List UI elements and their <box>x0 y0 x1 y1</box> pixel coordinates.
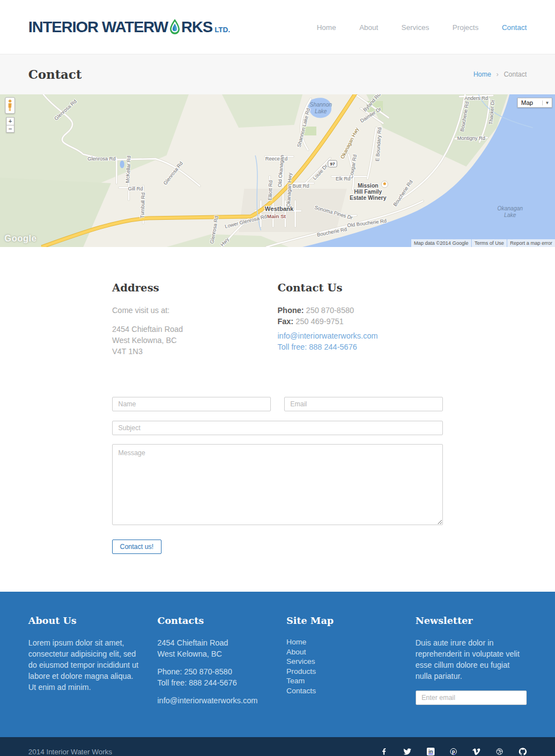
map-data-credit: Map data ©2014 Google <box>411 239 471 247</box>
message-textarea[interactable] <box>112 444 443 525</box>
terms-of-use-link[interactable]: Terms of Use <box>472 239 507 247</box>
email-input[interactable] <box>284 397 443 411</box>
zoom-in-button[interactable]: + <box>6 117 14 125</box>
map-label: OkanaganLake <box>497 205 523 219</box>
google-map-embed[interactable]: Glenrosa RdGlenrosa RdMcKellar RdGill Rd… <box>0 94 555 247</box>
footer-sitemap-column: Site Map HomeAboutServicesProductsTeamCo… <box>286 615 398 713</box>
about-us-text: Lorem ipsum dolor sit amet, consectetur … <box>28 637 140 693</box>
nav-item-projects[interactable]: Projects <box>452 23 478 32</box>
github-icon[interactable] <box>519 748 527 755</box>
footer-email: info@interiorwaterworks.com <box>158 695 269 706</box>
copyright-text: 2014 Interior Water Works <box>28 748 112 756</box>
footer-contacts-column: Contacts 2454 Chieftain Road West Kelown… <box>158 615 269 713</box>
main-nav: HomeAboutServicesProjectsContact <box>294 22 527 32</box>
pinterest-icon[interactable]: p <box>450 748 457 755</box>
map-label: Montigny Rd <box>457 135 486 141</box>
page-title: Contact <box>28 67 82 82</box>
sitemap-link-home[interactable]: Home <box>286 637 398 647</box>
nav-item-contact[interactable]: Contact <box>502 23 527 32</box>
sitemap-link-team[interactable]: Team <box>286 676 398 686</box>
dribbble-icon[interactable] <box>496 748 503 755</box>
sitemap-link-services[interactable]: Services <box>286 657 398 667</box>
sitemap-links: HomeAboutServicesProductsTeamContacts <box>286 637 398 695</box>
map-label: MissionHill FamilyEstate Winery <box>350 183 386 201</box>
email-link[interactable]: info@interiorwaterworks.com <box>278 331 378 340</box>
phone-fax-lines: Phone: 250 870-8580 Fax: 250 469-9751 <box>278 305 443 327</box>
contact-us-block: Contact Us Phone: 250 870-8580 Fax: 250 … <box>278 281 443 365</box>
sitemap-link-products[interactable]: Products <box>286 667 398 677</box>
sitemap-link-about[interactable]: About <box>286 647 398 657</box>
main-content: Address Come visit us at: 2454 Chieftain… <box>0 247 555 554</box>
logo-text-2: RKS <box>181 18 213 36</box>
logo[interactable]: INTERIOR WATERW RKS LTD. <box>28 18 230 36</box>
address-lines: 2454 Chieftain Road West Kelowna, BC V4T… <box>112 324 278 357</box>
chevron-down-icon: ▼ <box>542 100 552 105</box>
contact-submit-button[interactable]: Contact us! <box>112 540 162 554</box>
breadcrumb-current: Contact <box>504 70 527 78</box>
report-map-error-link[interactable]: Report a map error <box>507 239 555 247</box>
footer-newsletter-column: Newsletter Duis aute irure dolor in repr… <box>416 615 527 713</box>
logo-text: INTERIOR WATERW <box>28 18 168 36</box>
water-drop-icon <box>169 18 181 35</box>
sitemap-link-contacts[interactable]: Contacts <box>286 686 398 696</box>
map-label: Turnbull Rd <box>139 193 146 219</box>
footer-email-link[interactable]: info@interiorwaterworks.com <box>158 696 258 705</box>
map-label: Westbank <box>265 206 294 211</box>
breadcrumb: Home › Contact <box>473 70 527 78</box>
bottom-bar: 2014 Interior Water Works inp <box>0 737 555 756</box>
map-type-dropdown[interactable]: Map ▼ <box>517 98 552 108</box>
contact-us-heading: Contact Us <box>278 281 443 294</box>
map-label: Anders Rd <box>465 95 488 101</box>
nav-item-about[interactable]: About <box>359 23 378 32</box>
google-logo: Google <box>4 234 37 244</box>
map-label: Butt Rd <box>292 183 309 189</box>
map-label: Gill Rd <box>128 186 143 191</box>
sitemap-heading: Site Map <box>286 615 398 626</box>
site-header: INTERIOR WATERW RKS LTD. HomeAboutServic… <box>0 0 555 54</box>
map-zoom-control: + − <box>6 117 14 133</box>
twitter-icon[interactable] <box>403 748 411 755</box>
map-label: Elliott Rd <box>267 180 273 200</box>
pegman-icon <box>7 99 13 112</box>
map-attribution: Map data ©2014 Google Terms of Use Repor… <box>411 239 555 247</box>
about-us-heading: About Us <box>28 615 140 626</box>
name-input[interactable] <box>112 397 271 411</box>
vimeo-icon[interactable] <box>472 748 480 755</box>
contact-links: info@interiorwaterworks.com Toll free: 8… <box>278 330 443 352</box>
breadcrumb-separator: › <box>496 70 498 78</box>
address-intro: Come visit us at: <box>112 305 278 316</box>
footer-address: 2454 Chieftain Road West Kelowna, BC <box>158 637 269 659</box>
nav-item-services[interactable]: Services <box>401 23 429 32</box>
logo-suffix: LTD. <box>215 26 230 36</box>
map-label: ShannonLake <box>310 102 332 115</box>
facebook-icon[interactable] <box>380 748 388 755</box>
subject-input[interactable] <box>112 421 443 435</box>
zoom-out-button[interactable]: − <box>6 125 14 133</box>
highway-97-shield: 97 <box>328 160 337 168</box>
newsletter-text: Duis aute irure dolor in reprehenderit i… <box>416 637 527 682</box>
contacts-heading: Contacts <box>158 615 269 626</box>
newsletter-heading: Newsletter <box>416 615 527 626</box>
footer-phones: Phone: 250 870-8580 Toll free: 888 244-5… <box>158 666 269 688</box>
newsletter-email-input[interactable] <box>416 691 527 705</box>
address-heading: Address <box>112 281 278 294</box>
map-label: Glenrosa Rd <box>88 156 116 162</box>
contact-form: Contact us! <box>112 397 443 554</box>
map-label: Elk Rd <box>336 176 351 182</box>
address-block: Address Come visit us at: 2454 Chieftain… <box>112 281 278 365</box>
linkedin-icon[interactable]: in <box>427 748 435 755</box>
breadcrumb-home-link[interactable]: Home <box>473 70 491 78</box>
nav-item-home[interactable]: Home <box>317 23 336 32</box>
footer-about-column: About Us Lorem ipsum dolor sit amet, con… <box>28 615 140 713</box>
map-label: Main St <box>267 214 286 219</box>
streetview-pegman-control[interactable] <box>5 97 15 114</box>
site-footer: About Us Lorem ipsum dolor sit amet, con… <box>0 592 555 737</box>
toll-free-link[interactable]: Toll free: 888 244-5676 <box>278 342 357 351</box>
social-icons: inp <box>380 748 527 755</box>
page-title-bar: Contact Home › Contact <box>0 54 555 94</box>
